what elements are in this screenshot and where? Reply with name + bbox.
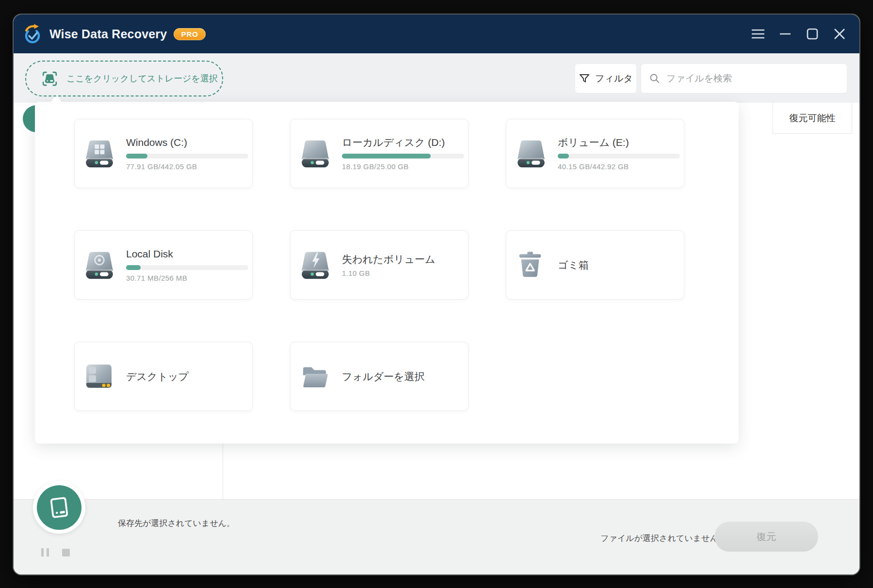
menu-icon[interactable] <box>752 28 764 40</box>
drive-usage-bar <box>558 154 680 159</box>
storage-card[interactable]: ボリューム (E:) 40.15 GB/442.92 GB <box>506 119 684 188</box>
filter-funnel-icon <box>579 73 590 84</box>
storage-card[interactable]: ゴミ箱 <box>506 230 684 300</box>
toolbar: ここをクリックしてストレージを選択 フィルタ <box>14 53 859 103</box>
drive-info: Local Disk 30.71 MB/256 MB <box>126 247 250 283</box>
drive-usage-text: 1.10 GB <box>342 269 466 278</box>
drive-plain-icon <box>515 138 547 170</box>
drive-name: フォルダーを選択 <box>342 370 466 383</box>
drive-lost-icon <box>299 249 331 281</box>
drive-usage-text: 77.91 GB/442.05 GB <box>126 162 250 171</box>
titlebar: Wise Data Recovery PRO <box>14 15 859 53</box>
screen: Wise Data Recovery PRO <box>0 0 873 588</box>
window-controls <box>752 28 846 40</box>
pro-badge: PRO <box>174 28 206 40</box>
storage-card[interactable]: デスクトップ <box>74 342 253 411</box>
storage-picker-panel: Windows (C:) 77.91 GB/442.05 GB ローカルディスク… <box>35 102 739 444</box>
drive-usage-bar <box>126 154 248 159</box>
drive-name: Local Disk <box>126 247 250 261</box>
minimize-icon[interactable] <box>779 28 792 40</box>
destination-device-button[interactable] <box>33 481 85 534</box>
drive-info: フォルダーを選択 <box>342 370 466 383</box>
drive-name: 失われたボリューム <box>342 253 466 266</box>
storage-card[interactable]: フォルダーを選択 <box>290 342 469 411</box>
destination-status-text: 保存先が選択されていません。 <box>118 518 235 529</box>
statusbar: 保存先が選択されていません。 ファイルが選択されていません。 復元 <box>14 499 859 574</box>
select-storage-button[interactable]: ここをクリックしてストレージを選択 <box>25 61 223 96</box>
drive-name: デスクトップ <box>126 370 250 383</box>
storage-card[interactable]: Local Disk 30.71 MB/256 MB <box>74 230 253 300</box>
maximize-icon[interactable] <box>806 28 819 40</box>
recover-button[interactable]: 復元 <box>714 522 818 552</box>
recoverability-column-header[interactable]: 復元可能性 <box>773 103 852 134</box>
search-icon <box>649 73 661 84</box>
storage-card[interactable]: ローカルディスク (D:) 18.19 GB/25.00 GB <box>290 119 469 188</box>
recycle-bin-icon <box>515 249 547 281</box>
drive-name: ローカルディスク (D:) <box>342 136 466 149</box>
selection-status-text: ファイルが選択されていません。 <box>600 533 727 544</box>
drive-info: ゴミ箱 <box>558 258 682 272</box>
pause-icon[interactable] <box>41 548 49 556</box>
storage-card[interactable]: Windows (C:) 77.91 GB/442.05 GB <box>74 119 253 188</box>
drive-usage-text: 18.19 GB/25.00 GB <box>342 162 466 171</box>
drive-usage-bar <box>342 154 464 159</box>
tree-list-divider <box>223 444 223 499</box>
app-title: Wise Data Recovery <box>49 27 167 41</box>
drive-info: ボリューム (E:) 40.15 GB/442.92 GB <box>558 136 682 171</box>
drive-info: 失われたボリューム1.10 GB <box>342 253 466 278</box>
drive-usage-text: 30.71 MB/256 MB <box>126 274 250 283</box>
drive-efi-icon <box>83 249 115 281</box>
filter-label: フィルタ <box>595 72 633 85</box>
app-logo-icon <box>22 23 44 45</box>
select-storage-label: ここをクリックしてストレージを選択 <box>66 73 218 84</box>
drive-info: デスクトップ <box>126 370 250 383</box>
search-box <box>641 64 847 93</box>
drive-plain-icon <box>299 138 331 170</box>
drive-name: ボリューム (E:) <box>558 136 682 149</box>
drive-name: Windows (C:) <box>126 136 250 149</box>
drive-usage-bar <box>126 265 248 270</box>
storage-scan-icon <box>41 70 59 88</box>
desktop-icon <box>83 361 115 393</box>
drive-info: Windows (C:) 77.91 GB/442.05 GB <box>126 136 250 171</box>
drive-info: ローカルディスク (D:) 18.19 GB/25.00 GB <box>342 136 466 171</box>
device-icon <box>47 495 72 520</box>
close-icon[interactable] <box>833 28 846 40</box>
app-window: Wise Data Recovery PRO <box>14 15 859 574</box>
drive-windows-icon <box>83 138 115 170</box>
folder-open-icon <box>299 361 331 393</box>
search-input[interactable] <box>665 73 827 84</box>
drive-usage-text: 40.15 GB/442.92 GB <box>558 162 682 171</box>
stop-icon[interactable] <box>62 549 70 556</box>
filter-button[interactable]: フィルタ <box>575 64 636 93</box>
drive-name: ゴミ箱 <box>558 258 682 272</box>
storage-card-grid: Windows (C:) 77.91 GB/442.05 GB ローカルディスク… <box>74 119 684 411</box>
storage-card[interactable]: 失われたボリューム1.10 GB <box>290 230 469 300</box>
